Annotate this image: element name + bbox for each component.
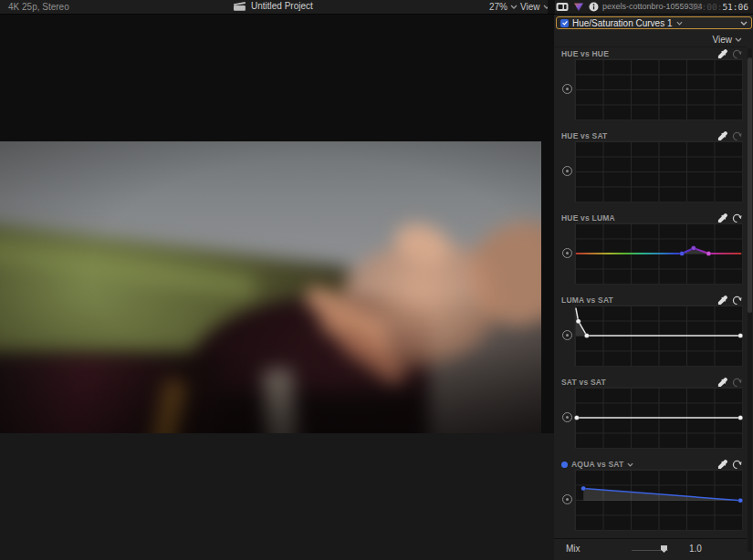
reset-icon[interactable]	[732, 460, 742, 470]
color-inspector-panel: Hue/Saturation Curves 1 View HUE vs HUE	[554, 14, 753, 560]
timecode-prefix: 00:00:	[691, 2, 722, 12]
curve-control-point[interactable]	[706, 251, 711, 255]
curve-line[interactable]	[576, 308, 740, 336]
curve-control-point[interactable]	[738, 415, 743, 420]
reset-icon[interactable]	[732, 131, 742, 141]
viewer-pane	[0, 14, 554, 560]
clip-name: pexels-cottonbro-10559394	[602, 2, 685, 11]
topbar-divider	[548, 0, 555, 14]
inspector-view-row: View	[554, 33, 747, 47]
project-format-info: 4K 25p, Stereo	[8, 2, 69, 12]
color-sample-target-button[interactable]	[562, 84, 572, 94]
inspector-view-label: View	[713, 35, 733, 45]
curve-grid[interactable]	[574, 223, 743, 285]
reset-icon[interactable]	[732, 213, 742, 223]
video-frame[interactable]	[0, 141, 541, 433]
curve-grid[interactable]	[574, 387, 743, 449]
curve-section-label: HUE vs LUMA	[561, 213, 615, 223]
inspector-scrollbar[interactable]	[748, 48, 752, 552]
curve-canvas[interactable]	[575, 223, 742, 284]
video-inspector-icon[interactable]	[556, 2, 569, 12]
curve-control-point[interactable]	[738, 498, 743, 503]
color-sample-target-button[interactable]	[562, 494, 572, 504]
curve-control-point[interactable]	[691, 246, 695, 251]
curve-control-point[interactable]	[738, 333, 743, 337]
top-bar: 4K 25p, Stereo Untitled Project 27% View	[0, 0, 753, 15]
eyedropper-icon[interactable]	[717, 296, 727, 306]
curve-section-label: SAT vs SAT	[561, 378, 606, 387]
reset-icon[interactable]	[732, 49, 742, 59]
curve-editor	[554, 223, 747, 285]
project-title: Untitled Project	[251, 1, 313, 11]
viewer-zoom-value: 27%	[489, 2, 507, 12]
curve-section: HUE vs HUE	[554, 47, 747, 129]
effect-selector-dropdown[interactable]: Hue/Saturation Curves 1	[556, 16, 752, 29]
timecode-value: 51:06	[722, 2, 748, 12]
curve-grid[interactable]	[574, 140, 743, 202]
eyedropper-icon[interactable]	[717, 49, 727, 59]
eyedropper-icon[interactable]	[717, 131, 727, 141]
color-inspector-icon[interactable]	[573, 2, 584, 12]
effect-enabled-checkbox[interactable]	[560, 19, 569, 27]
eyedropper-icon[interactable]	[717, 378, 727, 388]
curve-section-label: AQUA vs SAT	[571, 460, 623, 469]
chevron-down-icon	[740, 21, 748, 26]
color-sample-target-button[interactable]	[562, 248, 572, 258]
mix-label: Mix	[566, 544, 580, 554]
clapperboard-icon	[234, 1, 246, 11]
mix-row: Mix 1.0	[554, 538, 747, 560]
curve-section-label: HUE vs SAT	[561, 131, 608, 140]
curve-canvas[interactable]	[575, 306, 742, 366]
mix-slider-thumb[interactable]	[661, 545, 667, 553]
info-inspector-icon[interactable]	[589, 2, 599, 12]
curve-section-label: HUE vs HUE	[561, 49, 609, 58]
chevron-down-icon	[676, 21, 683, 26]
curve-editor	[554, 469, 747, 531]
curve-canvas[interactable]	[575, 388, 742, 448]
eyedropper-icon[interactable]	[717, 460, 727, 470]
curve-control-point[interactable]	[574, 415, 579, 420]
viewer-view-dropdown[interactable]: View	[520, 2, 550, 12]
curve-editor	[554, 58, 747, 120]
effect-name: Hue/Saturation Curves 1	[572, 18, 673, 28]
curve-control-point[interactable]	[576, 319, 580, 324]
curve-section: LUMA vs SAT	[554, 293, 747, 375]
chevron-down-icon[interactable]	[627, 462, 633, 467]
scrollbar-thumb[interactable]	[748, 57, 752, 313]
reset-icon[interactable]	[732, 296, 742, 306]
video-vignette	[0, 141, 541, 433]
curve-control-point[interactable]	[680, 251, 685, 255]
viewer-view-label: View	[520, 2, 540, 12]
viewer-lower-background	[0, 433, 554, 560]
curve-canvas[interactable]	[575, 141, 742, 202]
curve-canvas[interactable]	[575, 470, 742, 530]
curve-section-label: LUMA vs SAT	[561, 296, 613, 305]
curve-section: SAT vs SAT	[554, 375, 747, 457]
curve-sections: HUE vs HUE HUE vs SAT	[554, 47, 747, 539]
curve-line[interactable]	[576, 248, 741, 254]
viewer-zoom-dropdown[interactable]: 27%	[489, 2, 518, 12]
color-sample-target-button[interactable]	[562, 166, 572, 176]
curve-editor	[554, 305, 747, 367]
curve-color-swatch[interactable]	[561, 461, 568, 468]
curve-grid[interactable]	[574, 305, 743, 367]
mix-value[interactable]: 1.0	[689, 544, 702, 554]
chevron-down-icon	[510, 5, 518, 9]
color-sample-target-button[interactable]	[562, 330, 572, 340]
check-icon	[561, 19, 569, 26]
curve-section: HUE vs SAT	[554, 129, 747, 211]
curve-section: HUE vs LUMA	[554, 211, 747, 293]
curve-grid[interactable]	[574, 469, 743, 531]
curve-canvas[interactable]	[575, 59, 742, 119]
reset-icon[interactable]	[732, 378, 742, 388]
color-sample-target-button[interactable]	[562, 412, 572, 422]
eyedropper-icon[interactable]	[717, 213, 727, 223]
curve-grid[interactable]	[574, 58, 743, 120]
inspector-view-dropdown[interactable]: View	[713, 35, 743, 45]
timecode-display: 00:00:51:06	[691, 2, 748, 12]
curve-control-point[interactable]	[584, 333, 589, 337]
curve-control-point[interactable]	[581, 486, 586, 491]
chevron-down-icon	[735, 37, 742, 42]
curve-editor	[554, 387, 747, 449]
curve-editor	[554, 140, 747, 202]
